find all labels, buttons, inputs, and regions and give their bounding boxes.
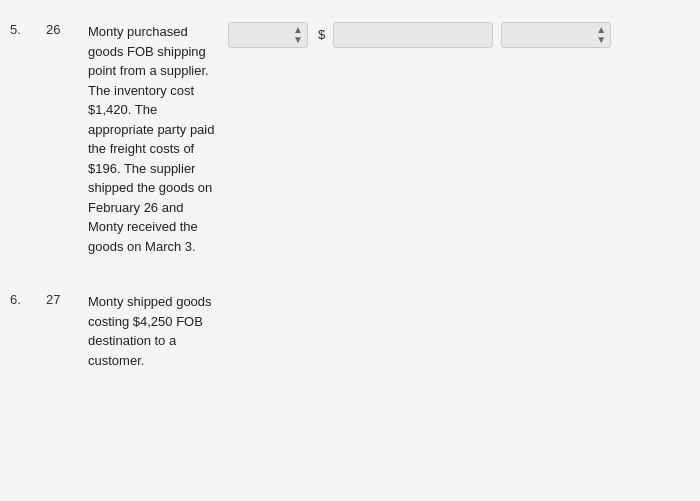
row-6-text: Monty shipped goods costing $4,250 FOB d… (88, 290, 218, 370)
row-5-num: 5. (10, 20, 46, 37)
row-6-id: 27 (46, 290, 88, 307)
row-5-select-right-wrapper: Dr Cr ▲ ▼ (501, 22, 611, 48)
page-container: 5. 26 Monty purchased goods FOB shipping… (0, 0, 700, 501)
row-5-select-left[interactable]: Dr Cr (228, 22, 308, 48)
row-6-inputs (218, 290, 690, 292)
row-5-select-left-wrapper: Dr Cr ▲ ▼ (228, 22, 308, 48)
row-5-inputs: Dr Cr ▲ ▼ $ Dr Cr ▲ ▼ (218, 20, 690, 48)
row-5: 5. 26 Monty purchased goods FOB shipping… (0, 12, 700, 264)
row-5-dollar-sign: $ (318, 22, 325, 42)
row-6: 6. 27 Monty shipped goods costing $4,250… (0, 282, 700, 378)
row-6-num: 6. (10, 290, 46, 307)
row-5-amount-input[interactable] (333, 22, 493, 48)
row-5-select-right[interactable]: Dr Cr (501, 22, 611, 48)
row-5-id: 26 (46, 20, 88, 37)
row-5-text: Monty purchased goods FOB shipping point… (88, 20, 218, 256)
